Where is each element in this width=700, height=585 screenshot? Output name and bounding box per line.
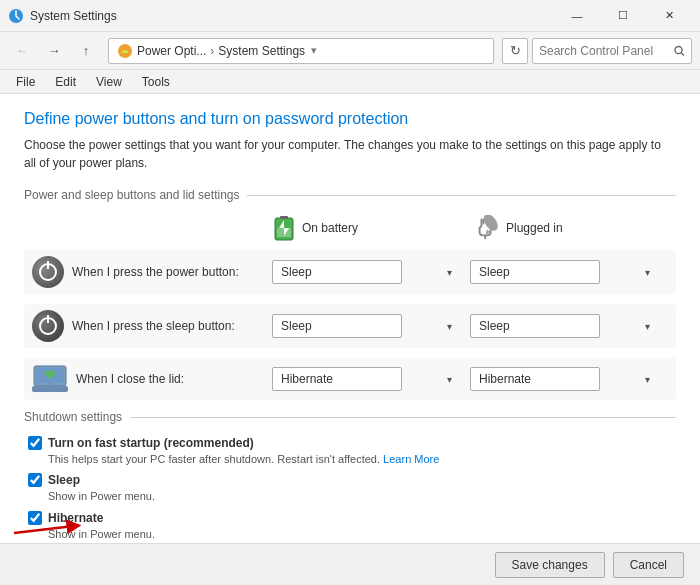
hibernate-checkbox[interactable] bbox=[28, 511, 42, 525]
power-section-header: Power and sleep buttons and lid settings bbox=[24, 188, 676, 202]
app-icon bbox=[8, 8, 24, 24]
breadcrumb-sep: › bbox=[210, 44, 214, 58]
breadcrumb-path2: System Settings bbox=[218, 44, 305, 58]
hibernate-label: Hibernate bbox=[48, 511, 103, 525]
hibernate-desc: Show in Power menu. bbox=[28, 527, 676, 542]
shutdown-section: Shutdown settings Turn on fast startup (… bbox=[24, 410, 676, 543]
address-bar: ← → ↑ Power Opti... › System Settings ▾ … bbox=[0, 32, 700, 70]
power-button-row: When I press the power button: Do nothin… bbox=[24, 250, 676, 294]
cancel-button[interactable]: Cancel bbox=[613, 552, 684, 578]
power-battery-select-wrapper: Do nothing Sleep Hibernate Shut down bbox=[272, 260, 458, 284]
footer: Save changes Cancel bbox=[0, 543, 700, 585]
sleep-plugged-select[interactable]: Do nothing Sleep Hibernate Shut down bbox=[470, 314, 600, 338]
svg-point-2 bbox=[675, 46, 682, 53]
fast-startup-checkbox[interactable] bbox=[28, 436, 42, 450]
power-plugged-select[interactable]: Do nothing Sleep Hibernate Shut down bbox=[470, 260, 600, 284]
lid-row: When I close the lid: Do nothing Sleep H… bbox=[24, 358, 676, 400]
sleep-button-row: When I press the sleep button: Do nothin… bbox=[24, 304, 676, 348]
window-title: System Settings bbox=[30, 9, 554, 23]
sleep-item: Sleep Show in Power menu. bbox=[24, 473, 676, 504]
power-button-icon bbox=[32, 256, 64, 288]
sleep-desc: Show in Power menu. bbox=[28, 489, 676, 504]
col-battery-header: On battery bbox=[272, 214, 474, 242]
title-bar: System Settings — ☐ ✕ bbox=[0, 0, 700, 32]
sleep-button-icon bbox=[32, 310, 64, 342]
lid-plugged-select[interactable]: Do nothing Sleep Hibernate Shut down bbox=[470, 367, 600, 391]
fast-startup-item: Turn on fast startup (recommended) This … bbox=[24, 436, 676, 467]
svg-rect-5 bbox=[280, 216, 288, 219]
lid-plugged-select-wrapper: Do nothing Sleep Hibernate Shut down bbox=[470, 367, 656, 391]
search-box[interactable] bbox=[532, 38, 692, 64]
search-icon bbox=[674, 45, 685, 57]
close-button[interactable]: ✕ bbox=[646, 0, 692, 32]
plug-icon bbox=[474, 215, 500, 241]
forward-button[interactable]: → bbox=[40, 37, 68, 65]
breadcrumb-path1: Power Opti... bbox=[137, 44, 206, 58]
menu-edit[interactable]: Edit bbox=[47, 73, 84, 91]
up-button[interactable]: ↑ bbox=[72, 37, 100, 65]
sleep-battery-select-wrapper: Do nothing Sleep Hibernate Shut down bbox=[272, 314, 458, 338]
hibernate-item: Hibernate Show in Power menu. bbox=[24, 511, 676, 542]
lid-icon bbox=[32, 364, 68, 394]
battery-icon bbox=[272, 214, 296, 242]
lid-battery-select-wrapper: Do nothing Sleep Hibernate Shut down bbox=[272, 367, 458, 391]
search-input[interactable] bbox=[539, 44, 670, 58]
sleep-label: Sleep bbox=[48, 473, 80, 487]
svg-rect-15 bbox=[32, 386, 68, 392]
fast-startup-label: Turn on fast startup (recommended) bbox=[48, 436, 254, 450]
page-title: Define power buttons and turn on passwor… bbox=[24, 110, 676, 128]
power-table-header: On battery Plugged in bbox=[24, 214, 676, 242]
col-plugged-header: Plugged in bbox=[474, 214, 676, 242]
menu-view[interactable]: View bbox=[88, 73, 130, 91]
save-button[interactable]: Save changes bbox=[495, 552, 605, 578]
sleep-plugged-select-wrapper: Do nothing Sleep Hibernate Shut down bbox=[470, 314, 656, 338]
sleep-battery-select[interactable]: Do nothing Sleep Hibernate Shut down bbox=[272, 314, 402, 338]
maximize-button[interactable]: ☐ bbox=[600, 0, 646, 32]
breadcrumb-chevron: ▾ bbox=[311, 44, 317, 57]
content-area: Define power buttons and turn on passwor… bbox=[0, 94, 700, 585]
fast-startup-desc: This helps start your PC faster after sh… bbox=[28, 452, 676, 467]
back-button[interactable]: ← bbox=[8, 37, 36, 65]
svg-line-3 bbox=[681, 52, 684, 55]
power-plugged-select-wrapper: Do nothing Sleep Hibernate Shut down bbox=[470, 260, 656, 284]
minimize-button[interactable]: — bbox=[554, 0, 600, 32]
menu-file[interactable]: File bbox=[8, 73, 43, 91]
refresh-button[interactable]: ↻ bbox=[502, 38, 528, 64]
shutdown-section-header: Shutdown settings bbox=[24, 410, 676, 424]
power-battery-select[interactable]: Do nothing Sleep Hibernate Shut down bbox=[272, 260, 402, 284]
menu-tools[interactable]: Tools bbox=[134, 73, 178, 91]
lid-battery-select[interactable]: Do nothing Sleep Hibernate Shut down bbox=[272, 367, 402, 391]
page-description: Choose the power settings that you want … bbox=[24, 136, 676, 172]
content-inner: Define power buttons and turn on passwor… bbox=[0, 94, 700, 543]
sleep-checkbox[interactable] bbox=[28, 473, 42, 487]
address-path[interactable]: Power Opti... › System Settings ▾ bbox=[108, 38, 494, 64]
window-controls: — ☐ ✕ bbox=[554, 0, 692, 32]
learn-more-link[interactable]: Learn More bbox=[383, 453, 439, 465]
menu-bar: File Edit View Tools bbox=[0, 70, 700, 94]
